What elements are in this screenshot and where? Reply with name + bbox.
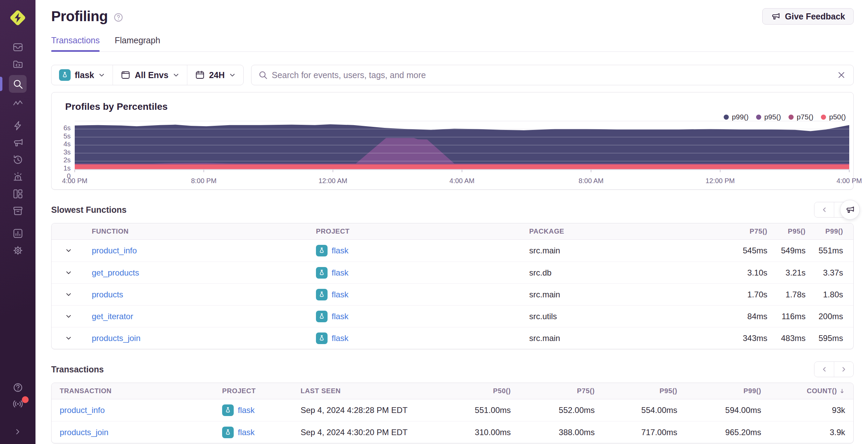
stats-bar-chart-icon bbox=[12, 228, 24, 239]
flask-project-icon bbox=[222, 404, 234, 416]
y-axis-label: 3s bbox=[63, 148, 71, 156]
table-row: products flask src.main 1.70s 1.78s 1.80… bbox=[52, 283, 853, 305]
date-range-filter[interactable]: 24H bbox=[187, 65, 243, 85]
alerts-siren-icon bbox=[12, 171, 24, 182]
p50-cell: 310.00ms bbox=[425, 428, 511, 437]
sidebar-item-replays[interactable] bbox=[9, 153, 27, 166]
transaction-link[interactable]: products_join bbox=[60, 428, 108, 437]
percentiles-area-chart bbox=[75, 119, 849, 173]
sidebar-item-projects[interactable] bbox=[9, 58, 27, 70]
p99-cell: 594.00ms bbox=[677, 405, 761, 415]
chevron-down-icon bbox=[229, 72, 236, 78]
col-p99: P99() bbox=[806, 227, 853, 235]
search-input[interactable] bbox=[272, 70, 831, 80]
col-project: PROJECT bbox=[309, 227, 522, 235]
expand-row-button[interactable] bbox=[52, 327, 86, 349]
function-link[interactable]: get_products bbox=[92, 268, 139, 277]
p99-cell: 551ms bbox=[806, 246, 853, 255]
function-link[interactable]: product_info bbox=[92, 246, 137, 255]
project-link[interactable]: flask bbox=[238, 428, 255, 437]
filter-bar: flask All Envs 24H bbox=[51, 65, 854, 85]
main-content: Profiling Give Feedback Transactions Fla… bbox=[35, 0, 868, 444]
next-page-button[interactable] bbox=[834, 362, 853, 377]
prev-page-button[interactable] bbox=[814, 202, 834, 217]
sidebar-item-traces[interactable] bbox=[9, 98, 27, 110]
col-p75: P75() bbox=[716, 227, 767, 235]
p95-cell: 717.00ms bbox=[595, 428, 677, 437]
tab-flamegraph[interactable]: Flamegraph bbox=[115, 35, 160, 51]
col-p95: P95() bbox=[767, 227, 806, 235]
sidebar-item-feedback[interactable] bbox=[9, 136, 27, 149]
environment-filter[interactable]: All Envs bbox=[113, 65, 187, 85]
p99-cell: 3.37s bbox=[806, 268, 853, 278]
sentry-logo[interactable] bbox=[9, 9, 27, 27]
expand-row-button[interactable] bbox=[52, 262, 86, 283]
project-link[interactable]: flask bbox=[332, 268, 348, 278]
x-axis-label: 4:00 PM bbox=[62, 177, 87, 185]
y-axis-label: 2s bbox=[63, 156, 71, 164]
project-filter[interactable]: flask bbox=[52, 65, 113, 85]
expand-row-button[interactable] bbox=[52, 240, 86, 262]
project-link[interactable]: flask bbox=[238, 405, 255, 415]
x-axis-label: 12:00 PM bbox=[706, 177, 735, 185]
floating-feedback-button[interactable] bbox=[840, 200, 860, 220]
sidebar-item-quickstart[interactable] bbox=[9, 119, 27, 132]
col-last-seen: LAST SEEN bbox=[301, 387, 425, 395]
sidebar-item-whats-new[interactable] bbox=[9, 398, 27, 410]
title-help-icon[interactable] bbox=[113, 12, 124, 23]
sidebar-item-issues[interactable] bbox=[9, 41, 27, 53]
function-link[interactable]: products bbox=[92, 290, 123, 299]
p95-cell: 116ms bbox=[767, 312, 806, 321]
sidebar-item-explore[interactable] bbox=[9, 75, 27, 93]
sidebar-item-releases[interactable] bbox=[9, 205, 27, 217]
chevron-down-icon bbox=[65, 269, 72, 276]
flask-project-icon bbox=[316, 245, 328, 256]
sidebar-collapse-toggle[interactable] bbox=[9, 426, 27, 438]
col-p50: P50() bbox=[425, 387, 511, 395]
clear-search-icon[interactable] bbox=[837, 71, 846, 79]
sidebar-item-stats[interactable] bbox=[9, 227, 27, 239]
x-axis-label: 4:00 PM bbox=[837, 177, 862, 185]
chevron-down-icon bbox=[65, 247, 72, 254]
chart-area: 01s2s3s4s5s6s bbox=[52, 119, 853, 174]
project-link[interactable]: flask bbox=[332, 312, 348, 321]
p95-cell: 3.21s bbox=[767, 268, 806, 278]
give-feedback-button[interactable]: Give Feedback bbox=[762, 8, 854, 25]
project-link[interactable]: flask bbox=[332, 246, 348, 255]
table-header-row: TRANSACTION PROJECT LAST SEEN P50() P75(… bbox=[52, 383, 853, 399]
p99-cell: 1.80s bbox=[806, 290, 853, 299]
function-link[interactable]: get_iterator bbox=[92, 312, 133, 321]
transaction-link[interactable]: product_info bbox=[60, 405, 105, 415]
sidebar-nav-secondary bbox=[9, 119, 27, 217]
table-row: product_info flask src.main 545ms 549ms … bbox=[52, 240, 853, 262]
function-link[interactable]: products_join bbox=[92, 334, 141, 343]
col-count-sort[interactable]: COUNT() bbox=[761, 387, 853, 395]
tab-transactions[interactable]: Transactions bbox=[51, 35, 100, 51]
sidebar-item-help[interactable] bbox=[9, 381, 27, 394]
sidebar-item-settings[interactable] bbox=[9, 244, 27, 256]
project-link[interactable]: flask bbox=[332, 334, 348, 343]
p75-cell: 545ms bbox=[716, 246, 767, 255]
table-row: get_iterator flask src.utils 84ms 116ms … bbox=[52, 305, 853, 327]
notification-badge bbox=[22, 396, 29, 403]
prev-page-button[interactable] bbox=[814, 362, 834, 377]
project-link[interactable]: flask bbox=[332, 290, 348, 299]
expand-row-button[interactable] bbox=[52, 306, 86, 327]
replay-history-clock-icon bbox=[12, 154, 24, 165]
expand-row-button[interactable] bbox=[52, 284, 86, 305]
sidebar-item-alerts[interactable] bbox=[9, 171, 27, 183]
settings-gear-icon bbox=[12, 245, 24, 256]
sidebar-item-dashboards[interactable] bbox=[9, 188, 27, 200]
give-feedback-label: Give Feedback bbox=[785, 12, 845, 21]
p75-cell: 388.00ms bbox=[511, 428, 595, 437]
environment-filter-value: All Envs bbox=[135, 70, 169, 80]
search-icon bbox=[258, 70, 268, 80]
y-axis-label: 1s bbox=[63, 164, 71, 172]
sidebar-nav-main bbox=[9, 41, 27, 110]
help-question-icon bbox=[12, 382, 24, 393]
app-root: Profiling Give Feedback Transactions Fla… bbox=[0, 0, 868, 444]
chart-y-axis: 01s2s3s4s5s6s bbox=[52, 119, 75, 173]
table-row: product_info flask Sep 4, 2024 4:28:28 P… bbox=[52, 399, 853, 421]
chart-title: Profiles by Percentiles bbox=[52, 92, 853, 112]
package-cell: src.utils bbox=[522, 312, 716, 321]
